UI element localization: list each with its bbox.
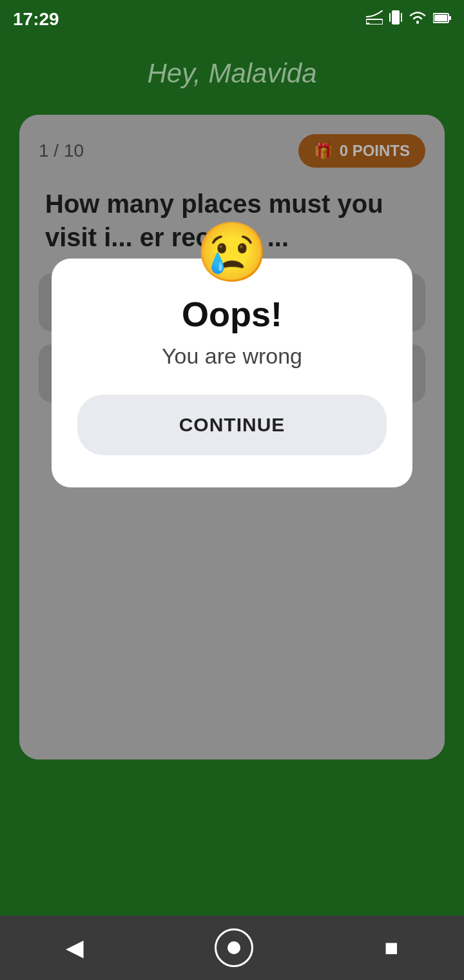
battery-icon [433,11,451,28]
back-button[interactable]: ◀ [66,934,84,961]
continue-button[interactable]: CONTINUE [77,395,387,455]
app-header: Hey, Malavida [0,39,464,115]
svg-rect-8 [449,16,451,20]
status-icons [366,9,451,30]
nav-bar: ◀ ■ [0,916,464,980]
status-bar: 17:29 [0,0,464,39]
modal-subtitle: You are wrong [77,344,387,369]
modal-dialog: 😢 Oops! You are wrong CONTINUE [52,259,412,487]
svg-rect-7 [434,15,447,21]
home-button-inner [227,941,240,954]
modal-title: Oops! [77,294,387,334]
header-title: Hey, Malavida [148,58,317,88]
svg-rect-2 [392,10,400,24]
wifi-icon [409,10,427,28]
recents-button[interactable]: ■ [385,934,399,961]
home-button[interactable] [215,928,253,967]
modal-overlay: 😢 Oops! You are wrong CONTINUE [19,115,445,760]
quiz-card: 1 / 10 🎁 0 POINTS How many places must y… [19,115,445,760]
svg-point-5 [416,21,419,24]
svg-rect-4 [401,13,402,22]
sad-emoji: 😢 [77,223,387,281]
cast-icon [366,10,383,28]
vibrate-icon [389,9,402,30]
svg-rect-3 [389,13,391,22]
status-time: 17:29 [13,9,59,30]
